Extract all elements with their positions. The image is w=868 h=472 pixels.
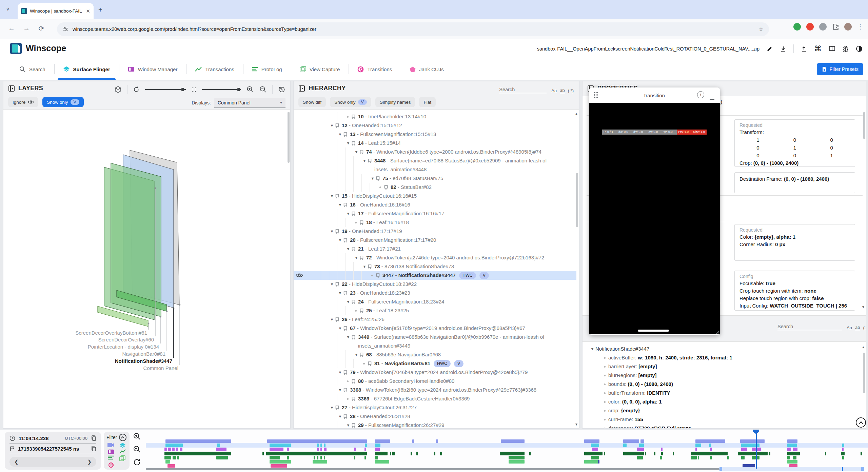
timeline-segment-transactions-track[interactable]: [168, 448, 171, 451]
timeline-segment-transactions-track[interactable]: [741, 448, 747, 451]
overlay-titlebar[interactable]: transition i: [589, 87, 720, 103]
timeline-segment-protolog-track[interactable]: [841, 452, 845, 455]
site-settings-icon[interactable]: [62, 26, 68, 32]
timeline-segment-transitions-track[interactable]: [740, 439, 765, 443]
zoom-in-icon[interactable]: [246, 86, 254, 93]
timeline-segment-protolog-track[interactable]: [434, 452, 435, 455]
hierarchy-row-13[interactable]: ▼13 - FullscreenMagnification:15:15#13: [294, 130, 576, 139]
timeline-segment-viewcapture-track[interactable]: [509, 460, 525, 464]
timeline-segment-surfaceflinger-track[interactable]: [591, 444, 599, 447]
back-icon[interactable]: ←: [7, 24, 16, 32]
timeline-segment-transitions-track[interactable]: [375, 439, 390, 443]
hierarchy-row-12[interactable]: ▼12 - OneHanded:15:15#12: [294, 121, 576, 130]
hierarchy-chip-show-diff[interactable]: Show diff: [298, 97, 326, 107]
expand-arrow-icon[interactable]: ▼: [337, 200, 343, 209]
expand-arrow-icon[interactable]: ▼: [345, 209, 351, 218]
expand-arrow-icon[interactable]: ▼: [345, 139, 351, 148]
expand-arrow-icon[interactable]: ▼: [361, 262, 368, 271]
timeline-segment-protolog-track[interactable]: [262, 452, 264, 455]
timeline-segment-surfaceflinger-track[interactable]: [695, 444, 701, 447]
scroll-up-icon[interactable]: ▲: [862, 345, 865, 349]
expand-arrow-icon[interactable]: ▼: [345, 244, 351, 253]
timeline-segment-windowmanager-track[interactable]: [710, 456, 712, 459]
scroll-up-icon[interactable]: ▲: [575, 112, 578, 116]
timeline-segment-transitions-track[interactable]: [640, 439, 644, 443]
hierarchy-row-20[interactable]: ▼20 - FullscreenMagnification:17:17#20: [294, 236, 576, 244]
timeline-segment-surfaceflinger-track[interactable]: [320, 444, 322, 447]
trace-tab-transitions[interactable]: Transitions: [349, 58, 401, 80]
timeline-segment-windowmanager-track[interactable]: [324, 456, 325, 459]
timeline-segment-protolog-track[interactable]: [390, 452, 391, 455]
transition-overlay-window[interactable]: transition i P: 0 / 1dX: 0.0dY: 0.0Xv: 0…: [589, 87, 720, 335]
timeline-segment-surfaceflinger-track[interactable]: [270, 444, 291, 447]
expand-arrow-icon[interactable]: ▼: [345, 333, 351, 341]
profile-avatar[interactable]: [844, 23, 852, 31]
timeline-segment-protolog-track[interactable]: [604, 452, 605, 455]
hierarchy-chip-show-only[interactable]: Show onlyV: [330, 97, 371, 107]
hierarchy-row-72[interactable]: ▼72 - WindowToken{a2746de type=2040 andr…: [294, 253, 576, 262]
zoom-range-handle-right[interactable]: [861, 467, 864, 471]
expand-arrow-icon[interactable]: ▼: [345, 297, 351, 306]
timeline-segment-windowmanager-track[interactable]: [741, 456, 745, 459]
timeline-segment-protolog-track[interactable]: [769, 452, 770, 455]
trace-tab-jank-cujs[interactable]: Jank CUJs: [401, 58, 453, 80]
displays-select[interactable]: Common Panel ▼: [214, 98, 285, 108]
hierarchy-row-81[interactable]: 81 - NavigationBar0#81HWCV: [294, 359, 576, 368]
hierarchy-row-15[interactable]: ▼15 - HideDisplayCutout:16:16#15: [294, 192, 576, 200]
collapse-panel-icon[interactable]: [8, 85, 15, 92]
timeline-segment-transactions-track[interactable]: [842, 448, 844, 451]
spacing-slider[interactable]: [202, 89, 241, 90]
hierarchy-row-18[interactable]: 18 - Leaf:16:16#18: [294, 218, 576, 227]
layer-label[interactable]: ScreenDecorOverlayBottom#61: [75, 330, 147, 336]
collapse-panel-icon[interactable]: [298, 85, 305, 92]
timeline-segment-transitions-track[interactable]: [623, 439, 639, 443]
timeline-segment-transactions-track[interactable]: [172, 448, 175, 451]
hierarchy-chip-simplify-names[interactable]: Simplify names: [375, 97, 415, 107]
timeline-segment-viewcapture-track[interactable]: [375, 460, 389, 464]
visibility-eye-icon[interactable]: [296, 272, 303, 279]
hierarchy-row-68[interactable]: ▼68 - 885b63e NavigationBar0#68: [294, 350, 576, 359]
timeline-segment-transactions-track[interactable]: [787, 448, 791, 451]
info-icon[interactable]: i: [697, 91, 704, 98]
timeline-segment-windowmanager-track[interactable]: [287, 456, 289, 459]
expand-arrow-icon[interactable]: ▼: [329, 403, 335, 412]
timeline-segment-surfaceflinger-track[interactable]: [639, 444, 644, 447]
timeline-segment-windowmanager-track[interactable]: [320, 456, 322, 459]
layers-3d-canvas[interactable]: ScreenDecorOverlayBottom#61ScreenDecorOv…: [3, 110, 290, 428]
properties-root-row[interactable]: ▼NotificationShade#3447: [583, 345, 863, 353]
layer-label[interactable]: Common Panel: [143, 365, 178, 371]
property-row[interactable]: dataspace: BT709 sRGB Full range: [583, 424, 863, 428]
properties-search-input[interactable]: [777, 323, 842, 330]
timeline-segment-surfaceflinger-track[interactable]: [741, 444, 760, 447]
expand-arrow-icon[interactable]: ▼: [329, 192, 335, 200]
timeline-segment-windowmanager-track[interactable]: [787, 456, 790, 459]
expand-arrow-icon[interactable]: ▼: [361, 156, 368, 165]
timeline-segment-transactions-track[interactable]: [592, 448, 598, 451]
timeline-segment-transactions-track[interactable]: [364, 448, 366, 451]
timeline-segment-surfaceflinger-track[interactable]: [842, 444, 844, 447]
hierarchy-row-80[interactable]: 80 - ace6abb SecondaryHomeHandle0#80: [294, 377, 576, 386]
hierarchy-row-82[interactable]: 82 - StatusBar#82: [294, 183, 576, 192]
expand-arrow-icon[interactable]: ▼: [329, 227, 335, 236]
property-row[interactable]: blurRegions: [empty]: [583, 371, 863, 380]
timeline-segment-transitions-track[interactable]: [501, 439, 525, 443]
timeline-segment-transactions-track[interactable]: [637, 448, 644, 451]
timeline-segment-transitions-cuj-track[interactable]: [167, 464, 175, 468]
timeline-segment-transitions-track[interactable]: [787, 439, 797, 443]
expand-arrow-icon[interactable]: ▼: [337, 130, 343, 139]
scroll-to-top-button[interactable]: [856, 417, 866, 428]
timeline-segment-surfaceflinger-track[interactable]: [217, 444, 220, 447]
expand-arrow-icon[interactable]: ▼: [337, 386, 343, 394]
timeline-segment-viewcapture-track[interactable]: [165, 460, 170, 464]
match-case-toggle[interactable]: Aa: [847, 325, 852, 330]
layer-label[interactable]: ScreenDecorOverlay#60: [98, 337, 154, 342]
timeline-segment-protolog-track[interactable]: [861, 452, 862, 455]
timeline-segment-surfaceflinger-track[interactable]: [324, 444, 326, 447]
timeline-segment-surfaceflinger-track[interactable]: [623, 444, 627, 447]
hierarchy-chip-flat[interactable]: Flat: [419, 97, 436, 107]
layer-label[interactable]: PointerLocation - display 0#134: [88, 344, 159, 350]
hierarchy-row-3449[interactable]: ▼3449 - Surface(name=885b63e NavigationB…: [294, 333, 576, 350]
timeline-segment-transactions-track[interactable]: [354, 448, 356, 451]
extension-icon[interactable]: [819, 23, 827, 31]
timeline-segment-windowmanager-track[interactable]: [177, 456, 179, 459]
